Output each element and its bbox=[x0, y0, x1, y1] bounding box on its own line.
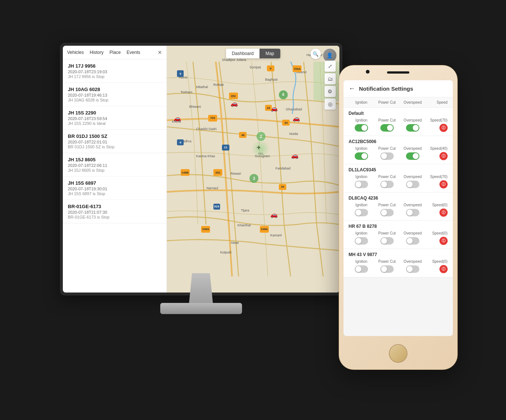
sidebar: Vehicles History Place Events ✕ JH 17J 9… bbox=[63, 46, 167, 293]
city-label-alwar: Alwar bbox=[231, 241, 239, 245]
notif-sub-label-Ignition-5: Ignition bbox=[349, 259, 374, 264]
vehicle-item-3[interactable]: BR 01DJ 1500 SZ 2020-07-18T22:01:01 BR 0… bbox=[63, 130, 167, 153]
highway-badge-34: 34 bbox=[282, 120, 290, 126]
car-marker-5[interactable]: 🚗 bbox=[270, 211, 278, 218]
cluster-6[interactable]: 6 bbox=[279, 90, 288, 99]
map-tab-map[interactable]: Map bbox=[260, 49, 280, 58]
notif-overspeed-toggle-1[interactable] bbox=[400, 152, 425, 160]
vehicle-item-4[interactable]: JH 15J 8605 2020-07-18T22:06:11 JH 15J 8… bbox=[63, 153, 167, 177]
city-label-sonipat: Sonipat bbox=[249, 65, 261, 69]
sidebar-tab-place[interactable]: Place bbox=[110, 50, 121, 55]
notif-sub-label-Ignition-3: Ignition bbox=[349, 203, 374, 207]
notif-powercut-toggle-1[interactable] bbox=[374, 152, 400, 160]
notification-header: ← Notification Settings bbox=[344, 80, 453, 97]
user-avatar[interactable]: 👤 bbox=[323, 49, 336, 62]
map-tab-bar: Dashboard Map bbox=[226, 49, 280, 58]
city-label-kanina: Kanina Khas bbox=[196, 154, 215, 158]
car-marker-2[interactable]: 🚗 bbox=[231, 100, 238, 107]
notif-sub-label-Power Cut-5: Power Cut bbox=[374, 259, 400, 264]
monitor-screen-border: Vehicles History Place Events ✕ JH 17J 9… bbox=[60, 43, 342, 295]
cluster-3[interactable]: 3 bbox=[249, 174, 258, 183]
notif-overspeed-toggle-0[interactable] bbox=[400, 124, 425, 132]
map-location-button[interactable]: ◎ bbox=[325, 98, 336, 110]
notif-ignition-toggle-2[interactable] bbox=[349, 181, 374, 188]
vehicle-item-2[interactable]: JH 15S 2290 2020-07-18T23:59:54 JH 15S 2… bbox=[63, 106, 167, 130]
notif-sub-label-Ignition-0: Ignition bbox=[349, 118, 374, 122]
sidebar-tab-history[interactable]: History bbox=[90, 50, 103, 55]
phone-speaker bbox=[387, 71, 409, 74]
cluster-2[interactable]: 2 bbox=[257, 132, 265, 141]
vehicle-time: 2020-07-18T19:46:13 bbox=[68, 93, 161, 97]
notif-sub-label-Overspeed-1: Overspeed bbox=[400, 146, 425, 151]
monitor-stand-base bbox=[160, 303, 242, 314]
sidebar-tab-vehicles[interactable]: Vehicles bbox=[67, 50, 84, 55]
vehicle-item-1[interactable]: JH 10AG 6028 2020-07-18T19:46:13 JH 10AG… bbox=[63, 83, 167, 106]
notif-speed-badge-4[interactable]: ⓘ bbox=[425, 237, 447, 245]
sidebar-tab-events[interactable]: Events bbox=[127, 50, 141, 55]
notif-sub-label-Power Cut-0: Power Cut bbox=[374, 118, 400, 122]
notif-overspeed-toggle-5[interactable] bbox=[400, 265, 425, 273]
map-settings-button[interactable]: ⚙ bbox=[325, 86, 336, 97]
sidebar-close-button[interactable]: ✕ bbox=[158, 49, 162, 55]
map-search-button[interactable]: 🔍 bbox=[310, 49, 321, 59]
city-label-kamanl: Kamanl bbox=[270, 233, 282, 237]
notif-powercut-toggle-2[interactable] bbox=[374, 181, 400, 188]
notif-vehicle-name-5: MH 43 V 9877 bbox=[344, 249, 453, 259]
notif-vehicle-row-5: ⓘ bbox=[344, 264, 453, 277]
highway-badge-8: 919 bbox=[213, 204, 220, 210]
monitor: Vehicles History Place Events ✕ JH 17J 9… bbox=[49, 43, 354, 348]
notif-overspeed-toggle-4[interactable] bbox=[400, 237, 425, 245]
phone-camera bbox=[366, 70, 370, 74]
notif-vehicle-row-0: ⓘ bbox=[344, 122, 453, 136]
airport-label: DEL bbox=[258, 152, 264, 155]
notif-speed-hdr-2: Speed(70) bbox=[425, 175, 447, 179]
city-label-tijara: Tijara bbox=[241, 209, 249, 212]
notif-vehicle-section-2: DL1LAC9345IgnitionPower CutOverspeedSpee… bbox=[344, 164, 453, 193]
notif-speed-badge-2[interactable]: ⓘ bbox=[425, 180, 447, 188]
notif-ignition-toggle-0[interactable] bbox=[349, 124, 374, 132]
notif-powercut-toggle-3[interactable] bbox=[374, 209, 400, 216]
notif-powercut-toggle-0[interactable] bbox=[374, 124, 400, 132]
highway-badge-248b: 248A bbox=[201, 226, 210, 233]
vehicle-time: 2020-07-18T19:30:01 bbox=[68, 187, 161, 191]
vehicle-item-5[interactable]: JH 15S 6897 2020-07-18T19:30:01 JH 15S 6… bbox=[63, 177, 167, 200]
car-marker-4[interactable]: 🚗 bbox=[293, 115, 300, 122]
highway-badge-9b: 9 bbox=[267, 65, 274, 71]
notif-vehicle-row-3: ⓘ bbox=[344, 207, 453, 220]
notif-sub-label-Overspeed-4: Overspeed bbox=[400, 231, 425, 235]
notif-powercut-toggle-5[interactable] bbox=[374, 265, 400, 273]
notif-ignition-toggle-3[interactable] bbox=[349, 209, 374, 216]
notif-sub-headers-4: IgnitionPower CutOverspeedSpeed(0) bbox=[344, 230, 453, 235]
vehicle-time: 2020-07-18T22:06:11 bbox=[68, 163, 161, 168]
vehicle-name: JH 15S 6897 bbox=[68, 180, 161, 186]
back-button[interactable]: ← bbox=[349, 85, 355, 93]
highway-badge-44: 44 bbox=[265, 105, 272, 111]
notif-speed-badge-0[interactable]: ⓘ bbox=[425, 124, 447, 132]
highway-badge-44b: 44 bbox=[279, 184, 286, 190]
notif-speed-badge-3[interactable]: ⓘ bbox=[425, 209, 447, 217]
notif-speed-badge-5[interactable]: ⓘ bbox=[425, 265, 447, 273]
map-tab-dashboard[interactable]: Dashboard bbox=[226, 49, 260, 58]
car-marker-6[interactable]: 🚗 bbox=[291, 152, 299, 159]
notif-vehicle-list: DefaultIgnitionPower CutOverspeedSpeed(7… bbox=[344, 108, 453, 336]
vehicle-item-6[interactable]: BR-01GE-6173 2020-07-18T21:07:30 BR-01GE… bbox=[63, 200, 167, 223]
map-layers-button[interactable]: 🗂 bbox=[325, 73, 336, 84]
notif-speed-hdr-0: Speed(70) bbox=[425, 118, 447, 122]
vehicle-item-0[interactable]: JH 17J 9956 2020-07-18T23:19:03 JH 17J 9… bbox=[63, 59, 167, 83]
notif-speed-badge-1[interactable]: ⓘ bbox=[425, 152, 447, 160]
notif-powercut-toggle-4[interactable] bbox=[374, 237, 400, 245]
col-header-overspeed: Overspeed bbox=[400, 100, 425, 104]
map-right-tools: ⤢ 🗂 ⚙ ◎ bbox=[325, 61, 336, 110]
notif-sub-headers-3: IgnitionPower CutOverspeedSpeed(0) bbox=[344, 202, 453, 207]
notif-ignition-toggle-5[interactable] bbox=[349, 265, 374, 273]
notif-vehicle-name-4: HR 67 B 8278 bbox=[344, 221, 453, 230]
highway-badge-709a2: 709A bbox=[293, 65, 302, 72]
map-expand-button[interactable]: ⤢ bbox=[325, 61, 336, 72]
notif-ignition-toggle-1[interactable] bbox=[349, 152, 374, 160]
notif-ignition-toggle-4[interactable] bbox=[349, 237, 374, 245]
notif-vehicle-row-4: ⓘ bbox=[344, 235, 453, 249]
notif-overspeed-toggle-3[interactable] bbox=[400, 209, 425, 216]
car-marker-1[interactable]: 🚗 bbox=[174, 115, 181, 122]
notif-overspeed-toggle-2[interactable] bbox=[400, 181, 425, 188]
phone-home-button[interactable] bbox=[389, 344, 407, 363]
